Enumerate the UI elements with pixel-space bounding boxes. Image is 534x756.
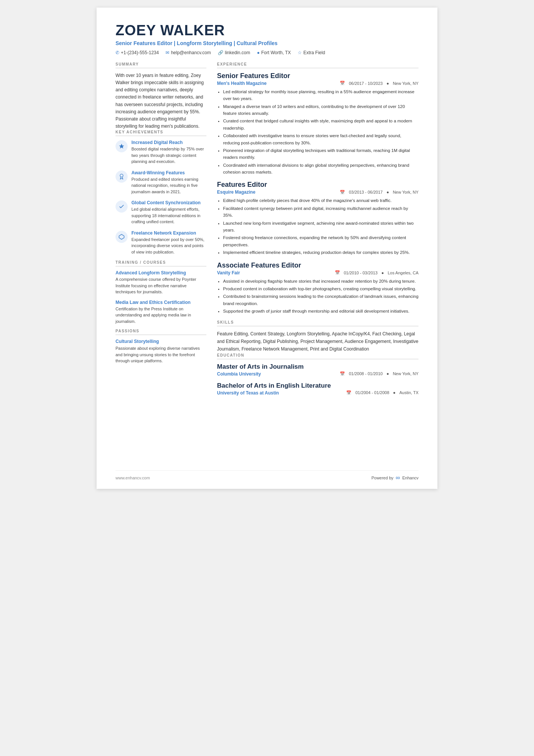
skills-section: SKILLS Feature Editing, Content Strategy… — [217, 320, 418, 353]
bullet-1-2: Launched new long-form investigative seg… — [223, 220, 418, 234]
training-title-0: Advanced Longform Storytelling — [116, 270, 206, 275]
job-company-0: Men's Health Magazine — [217, 81, 267, 86]
passion-desc-0: Passionate about exploring diverse narra… — [116, 345, 206, 364]
job-date-0: 06/2017 - 10/2023 — [349, 81, 383, 86]
passions-label: PASSIONS — [116, 329, 206, 335]
achievement-desc-0: Boosted digital readership by 75% over t… — [131, 146, 206, 165]
edu-date-loc-1: 📅 01/2004 - 01/2008 ● Austin, TX — [346, 390, 418, 395]
job-date-loc-1: 📅 03/2013 - 06/2017 ● New York, NY — [340, 190, 418, 195]
edu-degree-0: Master of Arts in Journalism — [217, 363, 418, 371]
passions-section: PASSIONS Cultural Storytelling Passionat… — [116, 329, 206, 364]
pin-icon-2: ● — [381, 271, 384, 275]
experience-section: EXPERIENCE Senior Features Editor Men's … — [217, 62, 418, 315]
job-location-0: New York, NY — [393, 81, 418, 86]
achievement-desc-3: Expanded freelancer pool by over 50%, in… — [131, 236, 206, 255]
job-company-1: Esquire Magazine — [217, 189, 255, 195]
training-item-1: Media Law and Ethics Certification Certi… — [116, 300, 206, 325]
brand-name: Enhancv — [402, 476, 418, 480]
pin-icon-0: ● — [386, 81, 389, 86]
edu-location-1: Austin, TX — [399, 390, 418, 395]
job-date-2: 01/2010 - 03/2013 — [344, 271, 378, 275]
job-bullets-1: Edited high-profile celebrity pieces tha… — [217, 197, 418, 256]
linkedin-contact: 🔗 linkedin.com — [218, 50, 250, 55]
edu-school-0: Columbia University — [217, 371, 261, 377]
training-label: TRAINING / COURSES — [116, 260, 206, 266]
job-meta-2: Vanity Fair 📅 01/2010 - 03/2013 ● Los An… — [217, 270, 418, 275]
job-meta-1: Esquire Magazine 📅 03/2013 - 06/2017 ● N… — [217, 189, 418, 195]
email-icon: ✉ — [166, 50, 169, 55]
bullet-1-3: Fostered strong freelance connections, e… — [223, 234, 418, 248]
education-label: EDUCATION — [217, 353, 418, 359]
location-icon: ● — [257, 50, 259, 55]
bullet-2-2: Contributed to brainstorming sessions le… — [223, 293, 418, 307]
edu-date-1: 01/2004 - 01/2008 — [355, 390, 389, 395]
bullet-0-5: Coordinated with international divisions… — [223, 162, 418, 176]
training-desc-1: Certification by the Press Institute on … — [116, 306, 206, 325]
edu-pin-icon-0: ● — [386, 371, 389, 376]
achievement-icon-network — [116, 231, 128, 243]
experience-label: EXPERIENCE — [217, 62, 418, 68]
candidate-name: ZOEY WALKER — [116, 23, 418, 39]
job-title-2: Associate Features Editor — [217, 261, 418, 269]
calendar-icon-0: 📅 — [340, 81, 345, 86]
edu-school-1: University of Texas at Austin — [217, 390, 279, 396]
achievement-desc-1: Produced and edited stories earning nati… — [131, 176, 206, 195]
edu-calendar-icon-1: 📅 — [346, 390, 351, 395]
achievement-item-3: Freelance Network Expansion Expanded fre… — [116, 230, 206, 255]
skills-text: Feature Editing, Content Strategy, Longf… — [217, 330, 418, 353]
job-location-2: Los Angeles, CA — [388, 271, 418, 275]
edu-item-0: Master of Arts in Journalism Columbia Un… — [217, 363, 418, 377]
contact-bar: ✆ +1-(234)-555-1234 ✉ help@enhancv.com 🔗… — [116, 50, 418, 55]
linkedin-value: linkedin.com — [225, 50, 250, 55]
powered-by-text: Powered by — [372, 476, 393, 480]
location-value: Fort Worth, TX — [261, 50, 291, 55]
achievement-icon-award — [116, 171, 128, 183]
svg-marker-2 — [119, 234, 124, 239]
job-0: Senior Features Editor Men's Health Maga… — [217, 72, 418, 176]
link-icon: 🔗 — [218, 50, 223, 55]
right-column: EXPERIENCE Senior Features Editor Men's … — [217, 62, 418, 401]
achievement-title-0: Increased Digital Reach — [131, 140, 206, 145]
job-meta-0: Men's Health Magazine 📅 06/2017 - 10/202… — [217, 81, 418, 86]
svg-point-1 — [120, 174, 123, 177]
training-title-1: Media Law and Ethics Certification — [116, 300, 206, 305]
training-item-0: Advanced Longform Storytelling A compreh… — [116, 270, 206, 295]
location-contact: ● Fort Worth, TX — [257, 50, 291, 55]
education-section: EDUCATION Master of Arts in Journalism C… — [217, 353, 418, 396]
left-column: SUMMARY With over 10 years in feature ed… — [116, 62, 206, 401]
passion-title-0: Cultural Storytelling — [116, 339, 206, 344]
training-section: TRAINING / COURSES Advanced Longform Sto… — [116, 260, 206, 324]
job-date-loc-2: 📅 01/2010 - 03/2013 ● Los Angeles, CA — [335, 270, 418, 275]
edu-date-loc-0: 📅 01/2008 - 01/2010 ● New York, NY — [340, 371, 418, 376]
job-2: Associate Features Editor Vanity Fair 📅 … — [217, 261, 418, 315]
bullet-2-0: Assisted in developing flagship feature … — [223, 278, 418, 285]
job-date-loc-0: 📅 06/2017 - 10/2023 ● New York, NY — [340, 81, 418, 86]
bullet-0-0: Led editorial strategy for monthly issue… — [223, 88, 418, 102]
job-title-0: Senior Features Editor — [217, 72, 418, 80]
achievement-icon-check — [116, 200, 128, 213]
edu-calendar-icon-0: 📅 — [340, 371, 345, 376]
bullet-1-4: Implemented efficient timeline strategie… — [223, 249, 418, 256]
footer-url: www.enhancv.com — [116, 476, 150, 480]
edu-date-0: 01/2008 - 01/2010 — [349, 371, 383, 376]
phone-value: +1-(234)-555-1234 — [121, 50, 159, 55]
extra-contact: ☆ Extra Field — [298, 50, 325, 55]
job-1: Features Editor Esquire Magazine 📅 03/20… — [217, 181, 418, 256]
enhancv-logo-icon: ∞ — [396, 474, 400, 481]
bullet-0-2: Curated content that bridged cultural in… — [223, 117, 418, 131]
achievements-label: KEY ACHIEVEMENTS — [116, 130, 206, 136]
footer: www.enhancv.com Powered by ∞ Enhancv — [116, 470, 418, 481]
summary-section: SUMMARY With over 10 years in feature ed… — [116, 62, 206, 130]
calendar-icon-1: 📅 — [340, 190, 345, 195]
job-date-1: 03/2013 - 06/2017 — [349, 190, 383, 194]
calendar-icon-2: 📅 — [335, 270, 340, 275]
candidate-tagline: Senior Features Editor | Longform Storyt… — [116, 40, 418, 46]
job-company-2: Vanity Fair — [217, 270, 240, 275]
extra-value: Extra Field — [303, 50, 325, 55]
skills-label: SKILLS — [217, 320, 418, 326]
edu-pin-icon-1: ● — [393, 390, 396, 395]
achievement-icon-star — [116, 140, 128, 152]
job-location-1: New York, NY — [393, 190, 418, 194]
resume-page: ZOEY WALKER Senior Features Editor | Lon… — [97, 8, 437, 489]
training-desc-0: A comprehensive course offered by Poynte… — [116, 276, 206, 295]
